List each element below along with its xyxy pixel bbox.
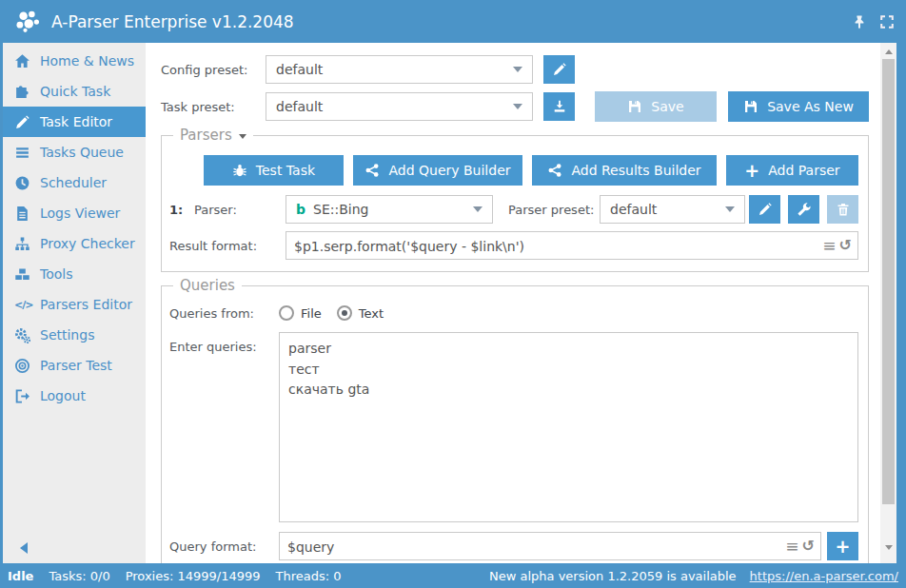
sidebar-item-label: Parser Test	[40, 358, 112, 373]
reset-format-icon[interactable]: ↺	[802, 539, 815, 554]
queries-textarea[interactable]: parser тест скачать gta	[279, 332, 858, 522]
add-query-builder-button[interactable]: Add Query Builder	[353, 155, 522, 186]
download-icon	[552, 99, 567, 114]
queries-section: Queries Queries from: File Text Enter qu…	[161, 285, 869, 563]
sidebar-item-logout[interactable]: Logout	[3, 381, 146, 411]
query-format-label: Query format:	[169, 539, 279, 554]
scroll-up-arrow-icon[interactable]	[885, 49, 893, 54]
gears-icon	[14, 327, 30, 343]
edit-parser-preset-button[interactable]	[749, 195, 780, 224]
parser-preset-label: Parser preset:	[493, 203, 600, 217]
main-content: Config preset: default Task preset: defa…	[146, 43, 880, 563]
sidebar-item-task-editor[interactable]: Task Editor	[3, 107, 146, 137]
test-task-label: Test Task	[256, 163, 315, 178]
sidebar-item-parser-test[interactable]: Parser Test	[3, 350, 146, 381]
config-preset-label: Config preset:	[161, 63, 266, 77]
save-as-new-button-label: Save As New	[767, 99, 854, 114]
task-preset-value: default	[276, 99, 505, 114]
delete-parser-button[interactable]	[827, 195, 858, 224]
chevron-down-icon	[473, 206, 483, 212]
enter-queries-label: Enter queries:	[169, 332, 279, 354]
target-icon	[14, 358, 30, 374]
sidebar-item-label: Logout	[40, 388, 86, 403]
logout-icon	[14, 388, 30, 404]
sidebar-collapse-arrow-icon[interactable]	[20, 542, 28, 554]
add-parser-button[interactable]: + Add Parser	[726, 155, 858, 186]
sidebar-item-label: Parsers Editor	[40, 297, 132, 312]
vertical-scrollbar[interactable]	[880, 43, 896, 563]
list-icon	[14, 145, 30, 161]
update-available-text: New alpha version 1.2.2059 is available	[489, 569, 737, 583]
cubes-icon	[14, 266, 30, 283]
sidebar-item-logs-viewer[interactable]: Logs Viewer	[3, 198, 146, 228]
edit-config-preset-button[interactable]	[543, 55, 575, 84]
config-preset-select[interactable]: default	[266, 55, 533, 84]
test-task-button[interactable]: Test Task	[204, 155, 344, 186]
sidebar-item-label: Settings	[40, 327, 94, 343]
pencil-icon	[552, 62, 567, 77]
sidebar-item-label: Proxy Checker	[40, 236, 135, 251]
bug-icon	[232, 163, 247, 178]
scroll-down-arrow-icon[interactable]	[885, 545, 893, 550]
save-floppy-icon	[627, 99, 642, 114]
wrench-icon	[797, 202, 812, 217]
parser-select[interactable]: b SE::Bing	[286, 195, 493, 224]
sidebar-item-quick-task[interactable]: Quick Task	[3, 76, 146, 107]
a-parser-site-link[interactable]: https://en.a-parser.com/	[750, 569, 898, 583]
pencil-icon	[14, 114, 30, 130]
status-tasks: Tasks: 0/0	[49, 569, 109, 583]
result-format-input[interactable]	[286, 231, 858, 260]
parser-select-value: SE::Bing	[313, 202, 465, 217]
add-results-builder-button[interactable]: Add Results Builder	[532, 155, 717, 186]
sidebar: Home & News Quick Task Task Editor Tasks…	[3, 43, 146, 563]
chevron-down-icon	[513, 104, 522, 109]
queries-from-file-radio[interactable]	[279, 305, 294, 321]
bing-logo-icon: b	[296, 202, 305, 217]
a-parser-logo-icon	[13, 8, 42, 36]
parser-options-button[interactable]	[788, 195, 819, 224]
share-icon	[547, 163, 562, 178]
add-results-builder-label: Add Results Builder	[571, 163, 700, 178]
task-preset-select[interactable]: default	[266, 92, 533, 121]
sidebar-item-parsers-editor[interactable]: </> Parsers Editor	[3, 289, 146, 320]
save-button[interactable]: Save	[595, 91, 717, 122]
parser-preset-select[interactable]: default	[600, 195, 745, 224]
status-threads: Threads: 0	[276, 569, 342, 583]
add-query-builder-label: Add Query Builder	[388, 163, 510, 178]
add-query-format-button[interactable]: +	[827, 532, 858, 560]
sidebar-item-label: Task Editor	[40, 114, 112, 129]
parser-preset-value: default	[610, 202, 718, 217]
fullscreen-icon[interactable]	[879, 14, 895, 29]
sidebar-item-tools[interactable]: Tools	[3, 259, 146, 289]
reset-format-icon[interactable]: ↺	[839, 238, 852, 253]
format-templates-icon[interactable]: ≡	[785, 539, 798, 555]
share-icon	[364, 163, 380, 178]
save-floppy-icon	[743, 99, 758, 114]
sidebar-item-home-news[interactable]: Home & News	[3, 46, 146, 76]
sidebar-item-label: Logs Viewer	[40, 206, 120, 221]
queries-from-file-label: File	[301, 306, 322, 321]
app-title: A-Parser Enterprise v1.2.2048	[51, 12, 294, 31]
parser-row-index: 1:	[169, 203, 194, 217]
load-task-preset-button[interactable]	[543, 92, 575, 121]
pin-icon[interactable]	[852, 14, 867, 29]
scrollbar-thumb[interactable]	[882, 59, 895, 504]
queries-legend: Queries	[173, 277, 242, 294]
queries-from-text-radio[interactable]	[337, 305, 352, 321]
pencil-icon	[758, 202, 773, 217]
status-state: Idle	[8, 569, 33, 583]
clock-icon	[14, 175, 30, 191]
sidebar-item-proxy-checker[interactable]: Proxy Checker	[3, 228, 146, 259]
sidebar-item-scheduler[interactable]: Scheduler	[3, 167, 146, 198]
format-templates-icon[interactable]: ≡	[822, 238, 836, 254]
parsers-legend[interactable]: Parsers	[173, 127, 253, 144]
config-preset-value: default	[276, 62, 505, 77]
query-format-input[interactable]	[279, 532, 821, 560]
sidebar-item-settings[interactable]: Settings	[3, 320, 146, 350]
home-icon	[14, 53, 30, 69]
sidebar-item-tasks-queue[interactable]: Tasks Queue	[3, 137, 146, 167]
sidebar-item-label: Tools	[40, 266, 73, 282]
save-as-new-button[interactable]: Save As New	[728, 91, 869, 122]
sidebar-item-label: Scheduler	[40, 175, 107, 190]
sitemap-icon	[14, 236, 30, 252]
